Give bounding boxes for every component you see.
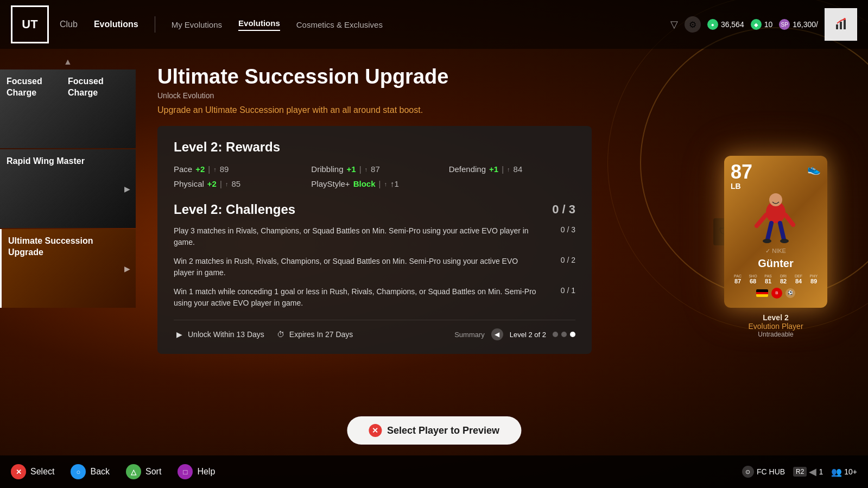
back-label: Back — [90, 467, 110, 477]
bottom-action-select[interactable]: ✕ Select — [11, 464, 54, 479]
dribbling-plus: +1 — [347, 164, 356, 174]
challenge-2-text: Win 2 matches in Rush, Rivals, Champions… — [174, 256, 537, 278]
challenge-3-progress: 0 / 1 — [548, 286, 575, 295]
select-label: Select — [30, 467, 54, 477]
pace-label: Pace — [174, 164, 192, 174]
pace-icon: ↑ — [213, 166, 217, 173]
defending-label: Defending — [449, 164, 486, 174]
def-label: DEF — [791, 274, 806, 278]
league-badge: B — [771, 288, 782, 299]
card-stat-pac: PAC 87 — [731, 274, 745, 284]
defending-plus: +1 — [489, 164, 498, 174]
flag-germany — [756, 289, 768, 297]
card-wrapper: 🛡 87 LB 👟 — [724, 156, 827, 308]
level-nav-prev[interactable]: ◀ — [491, 328, 503, 340]
svg-point-10 — [763, 239, 771, 243]
playstyle-label: PlayStyle+ — [311, 179, 350, 188]
nav-my-evolutions[interactable]: My Evolutions — [172, 20, 222, 29]
dri-label: DRI — [776, 274, 790, 278]
challenge-3-text: Win 1 match while conceding 1 goal or le… — [174, 286, 537, 309]
card-name: Günter — [731, 257, 821, 270]
left-arrow-icon: ◀ — [809, 466, 816, 478]
active-icon-button[interactable] — [825, 8, 857, 41]
defending-sep: | — [502, 164, 504, 174]
sidebar-item-label-1: Focused Charge — [7, 76, 68, 99]
currency-coins: ● 36,564 — [707, 19, 744, 30]
challenge-1-text: Play 3 matches in Rivals, Champions, or … — [174, 225, 537, 248]
sidebar-item-focused-charge[interactable]: Focused Charge Focused Charge — [0, 69, 136, 148]
filter-icon[interactable]: ▽ — [670, 18, 678, 30]
playstyle-icon-val: ↑1 — [390, 179, 399, 188]
dribbling-icon: ↑ — [365, 166, 368, 173]
level-indicator: Level 2 of 2 — [510, 331, 546, 339]
pace-plus: +2 — [195, 164, 205, 174]
challenges-title-text: Level 2: Challenges — [174, 202, 295, 217]
sort-label: Sort — [145, 467, 161, 477]
help-label: Help — [197, 467, 215, 477]
svg-rect-2 — [844, 20, 846, 29]
main-content: Ultimate Succession Upgrade Unlock Evolu… — [136, 49, 700, 455]
reward-pace: Pace +2 | ↑ 89 — [174, 164, 300, 174]
nav-evolutions[interactable]: Evolutions — [94, 20, 138, 29]
nav-links: Club Evolutions My Evolutions Evolutions… — [60, 16, 670, 33]
fc-hub: ⊙ FC HUB — [742, 466, 785, 478]
playstyle-val: Block — [353, 179, 376, 188]
rewards-title: Level 2: Rewards — [174, 140, 575, 155]
svg-point-5 — [769, 193, 782, 206]
nav-cosmetics[interactable]: Cosmetics & Exclusives — [296, 20, 383, 29]
pac-val: 87 — [731, 278, 745, 284]
challenge-row-2: Win 2 matches in Rush, Rivals, Champions… — [174, 256, 575, 278]
sidebar-item-label-2: Rapid Wing Master — [7, 156, 85, 167]
r2-indicator: R2 ◀ 1 — [793, 466, 823, 478]
reward-physical: Physical +2 | ↑ 85 — [174, 179, 300, 188]
nav-evolutions-tab[interactable]: Evolutions — [238, 18, 280, 31]
sidebar-arrow-2: ▶ — [124, 185, 130, 193]
triangle-button-icon: △ — [126, 464, 141, 479]
pas-val: 81 — [761, 278, 775, 284]
def-val: 84 — [791, 278, 806, 284]
sidebar: ▲ Focused Charge Focused Charge Rapid Wi… — [0, 49, 136, 455]
select-player-button[interactable]: ✕ Select Player to Preview — [347, 416, 521, 445]
physical-val: 85 — [231, 179, 240, 188]
defending-icon: ↑ — [507, 166, 510, 173]
reward-defending: Defending +1 | ↑ 84 — [449, 164, 575, 174]
coins-value: 36,564 — [721, 20, 744, 29]
sidebar-item-label-3: Ultimate Succession Upgrade — [8, 236, 129, 258]
expires-days-text: Expires In 27 Days — [289, 330, 353, 339]
challenge-row-3: Win 1 match while conceding 1 goal or le… — [174, 286, 575, 309]
boot-icon: 👟 — [807, 162, 821, 175]
physical-label: Physical — [174, 179, 204, 188]
r2-badge: R2 — [793, 467, 807, 477]
square-button-icon: □ — [178, 464, 193, 479]
dribbling-val: 87 — [371, 164, 380, 174]
chart-icon — [834, 18, 847, 31]
top-nav: UT Club Evolutions My Evolutions Evoluti… — [0, 0, 868, 49]
svg-point-11 — [780, 239, 789, 243]
bottom-action-sort[interactable]: △ Sort — [126, 464, 161, 479]
bottom-bar: ✕ Select ○ Back △ Sort □ Help ⊙ FC HUB R… — [0, 455, 868, 488]
svg-line-6 — [757, 215, 766, 226]
pace-sep: | — [208, 164, 210, 174]
coins-icon: ● — [707, 19, 718, 30]
sidebar-scroll-up[interactable]: ▲ — [0, 54, 136, 69]
club-icon: ⚽ — [785, 288, 795, 298]
expires-icon: ⏱ — [275, 329, 286, 340]
sp-icon: SP — [779, 19, 790, 30]
summary-label: Summary — [454, 331, 485, 339]
player-image-area — [740, 193, 811, 248]
sidebar-item-rapid-wing[interactable]: Rapid Wing Master ▶ — [0, 149, 136, 228]
nav-club[interactable]: Club — [60, 20, 78, 29]
challenge-1-progress: 0 / 3 — [548, 225, 575, 234]
x-icon: ✕ — [369, 424, 382, 437]
bottom-right: ⊙ FC HUB R2 ◀ 1 👥 10+ — [742, 466, 857, 478]
unlock-badge: ▶ Unlock Within 13 Days — [174, 329, 264, 340]
sidebar-item-ultimate-succession[interactable]: Ultimate Succession Upgrade ▶ — [0, 229, 136, 308]
unlock-label: Unlock Evolution — [157, 91, 678, 100]
card-level-text: Level 2 — [763, 313, 788, 322]
bottom-action-help[interactable]: □ Help — [178, 464, 215, 479]
bottom-action-back[interactable]: ○ Back — [71, 464, 110, 479]
sp-value: 16,300/ — [793, 20, 818, 29]
settings-icon[interactable]: ⚙ — [685, 16, 701, 33]
challenge-row-1: Play 3 matches in Rivals, Champions, or … — [174, 225, 575, 248]
svg-rect-1 — [840, 22, 842, 29]
